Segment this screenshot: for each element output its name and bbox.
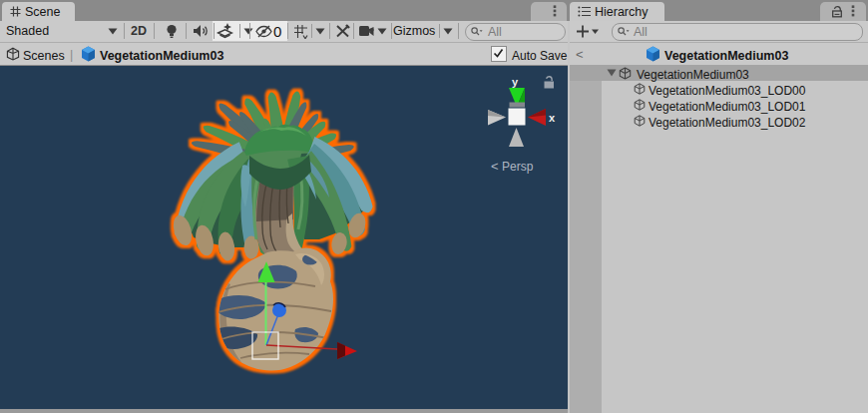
svg-text:y: y: [512, 76, 519, 88]
svg-text:Persp: Persp: [502, 160, 534, 174]
svg-text:<: <: [491, 159, 499, 174]
svg-text:x: x: [549, 112, 556, 124]
